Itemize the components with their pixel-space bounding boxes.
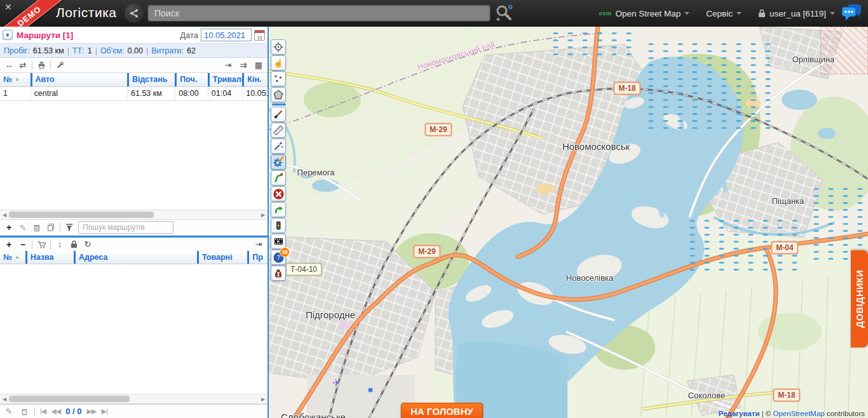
route-settings-button[interactable] xyxy=(271,154,286,170)
cart-button[interactable] xyxy=(36,239,46,250)
sort-asc-icon: ▲ xyxy=(15,76,20,82)
filter-button[interactable] xyxy=(64,222,74,233)
draw-button[interactable] xyxy=(271,107,286,122)
column-header-address[interactable]: Адреса xyxy=(74,251,197,264)
horizontal-scrollbar[interactable]: ◀ ▶ xyxy=(0,210,268,220)
scroll-left-icon[interactable]: ◀ xyxy=(0,396,9,402)
measure-button[interactable] xyxy=(271,123,286,138)
route-button[interactable] xyxy=(271,170,286,185)
backpack-icon xyxy=(273,268,283,278)
date-input[interactable] xyxy=(201,29,252,41)
chevron-down-icon xyxy=(736,12,742,17)
home-button[interactable]: НА ГОЛОВНУ xyxy=(401,403,483,418)
clear-route-button[interactable] xyxy=(271,186,286,201)
grid-view-button[interactable]: ▦ xyxy=(254,60,264,71)
column-header-goods[interactable]: Товарні xyxy=(197,251,247,264)
expand-width-button[interactable]: ↔ xyxy=(4,60,14,71)
scroll-right-icon[interactable]: ▶ xyxy=(259,212,268,218)
routes-toolbar: ↔ ⇄ ⇥ ⇉ ▦ xyxy=(0,58,268,73)
scrollbar-thumb[interactable] xyxy=(9,212,154,218)
collapse-button[interactable]: ▼ xyxy=(3,30,13,40)
notification-badge: 38 xyxy=(280,247,290,257)
print-button[interactable] xyxy=(36,60,46,71)
dock-right-button[interactable]: ⇥ xyxy=(254,239,264,250)
column-header-start[interactable]: Поч. xyxy=(175,73,208,86)
swap-button[interactable]: ⇄ xyxy=(18,60,28,71)
remove-button[interactable]: − xyxy=(18,239,28,250)
dovidnyky-tab[interactable]: ДОВІДНИКИ xyxy=(851,250,868,347)
traffic-button[interactable] xyxy=(271,218,286,233)
next-page-button[interactable]: ▶▶ xyxy=(87,407,97,415)
horizontal-scrollbar[interactable]: ◀ ▶ xyxy=(0,394,268,404)
search-icon[interactable]: G + xyxy=(494,3,515,24)
prev-page-button[interactable]: ◀◀ xyxy=(51,407,60,415)
stat-label: ТТ: xyxy=(72,46,85,55)
column-header-number[interactable]: № ▲ xyxy=(0,251,25,264)
traffic-light-icon xyxy=(273,220,283,231)
lock-icon xyxy=(758,9,766,18)
wrench-icon xyxy=(55,60,65,70)
user-menu[interactable]: user_ua [6119] xyxy=(758,9,835,18)
map-provider-menu[interactable]: osm Open Street Map xyxy=(599,9,689,18)
column-header-number[interactable]: № ▲ xyxy=(0,73,31,86)
shuffle-button[interactable]: ⇉ xyxy=(238,60,248,71)
toolbar-separator xyxy=(272,104,286,105)
delete-button[interactable] xyxy=(32,222,42,233)
delete-button[interactable] xyxy=(19,406,29,417)
route-search-input[interactable] xyxy=(78,221,173,234)
polygon-select-button[interactable] xyxy=(271,87,286,102)
first-page-button[interactable]: |◀ xyxy=(40,407,46,415)
scroll-left-icon[interactable]: ◀ xyxy=(0,212,9,218)
user-menu-label: user_ua [6119] xyxy=(770,9,826,18)
osm-link[interactable]: OpenStreetMap xyxy=(773,410,825,417)
share-button[interactable] xyxy=(125,4,144,23)
edit-button[interactable]: ✎ xyxy=(18,222,28,233)
map-provider-label: Open Street Map xyxy=(615,9,681,18)
settings-button[interactable] xyxy=(55,60,65,71)
search-input[interactable] xyxy=(147,4,491,22)
close-icon[interactable]: ✕ xyxy=(4,2,12,12)
calendar-icon xyxy=(255,30,264,33)
column-header-duration[interactable]: Тривалі xyxy=(208,73,243,86)
locate-button[interactable] xyxy=(271,39,286,55)
column-header-pr[interactable]: Пр xyxy=(247,251,268,264)
map-graphics xyxy=(269,27,868,418)
column-header-auto[interactable]: Авто xyxy=(31,73,127,86)
service-menu[interactable]: Сервіс xyxy=(706,9,742,18)
courier-button[interactable] xyxy=(271,266,286,281)
map-canvas[interactable]: ✈ ☝ xyxy=(269,27,868,418)
stat-value: 0.00 xyxy=(128,46,143,55)
stat-value: 1 xyxy=(88,46,92,55)
magic-wand-button[interactable] xyxy=(271,138,286,154)
cell-number: 1 xyxy=(0,87,31,100)
app-header: ✕ DEMO Логістика G + osm Open Street Map… xyxy=(0,0,868,27)
chevron-down-icon xyxy=(684,12,689,17)
pan-button[interactable]: ☝ xyxy=(271,55,286,71)
reroute-button[interactable] xyxy=(271,202,286,217)
column-header-end[interactable]: Кін. xyxy=(242,73,268,86)
column-header-distance[interactable]: Відстань xyxy=(127,73,175,86)
dock-right-button[interactable]: ⇥ xyxy=(223,60,233,71)
page-indicator: 0 / 0 xyxy=(65,407,81,416)
dots-icon xyxy=(273,74,283,84)
select-points-button[interactable] xyxy=(271,71,286,86)
edit-button[interactable]: ✎ xyxy=(4,406,14,417)
lock-button[interactable] xyxy=(69,239,79,250)
table-row[interactable]: 1 central 61.53 км 08:00 01:04 10.05. xyxy=(0,87,268,101)
calendar-button[interactable]: 15 xyxy=(254,30,265,41)
chat-button[interactable] xyxy=(840,3,863,26)
refresh-button[interactable]: ↻ xyxy=(83,239,93,250)
column-header-name[interactable]: Назва xyxy=(25,251,74,264)
last-page-button[interactable]: ▶| xyxy=(101,407,107,415)
restricted-area xyxy=(820,27,868,74)
edit-link[interactable]: Редагувати xyxy=(719,410,760,417)
scroll-right-icon[interactable]: ▶ xyxy=(259,396,268,402)
routes-panel: ▼ Маршрути [1] Дата 15 Пробіг: 61.53 км … xyxy=(0,27,269,418)
copy-button[interactable] xyxy=(46,222,56,233)
resize-button[interactable]: ↕ xyxy=(55,239,65,250)
add-button[interactable]: + xyxy=(4,222,14,233)
scrollbar-thumb[interactable] xyxy=(9,396,130,402)
help-button[interactable]: ? 38 xyxy=(271,250,286,265)
share-icon xyxy=(129,8,139,18)
add-button[interactable]: + xyxy=(4,239,14,250)
